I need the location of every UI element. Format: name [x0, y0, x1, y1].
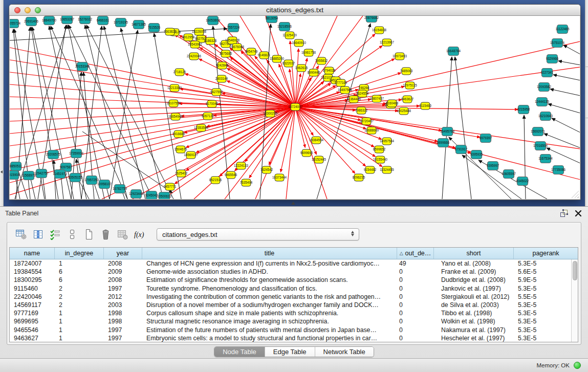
graph-node-label: 8521516 [209, 178, 222, 182]
table-row[interactable]: 2242004622012Investigating the contribut… [10, 293, 571, 301]
window-titlebar[interactable]: citations_edges.txt [9, 5, 580, 16]
column-header-out_de[interactable]: △out_de… [397, 248, 434, 259]
column-header-name[interactable]: name [10, 248, 55, 259]
close-panel-icon[interactable] [575, 210, 582, 217]
graph-node-label: 9465546 [225, 173, 237, 177]
new-column-icon[interactable] [83, 229, 95, 240]
table-row[interactable]: 1872400712008Changes of HCN gene express… [10, 259, 571, 268]
left-dock-strip[interactable] [0, 0, 4, 206]
graph-node-label: 8813054 [266, 16, 278, 20]
citation-edge[interactable] [547, 148, 580, 163]
graph-node-label: 10719195 [114, 20, 128, 24]
graph-node-label: 3624554 [356, 92, 369, 95]
graph-node-label: 9463627 [401, 97, 414, 101]
delete-table-icon[interactable] [117, 229, 129, 240]
citation-edge[interactable] [548, 104, 580, 113]
graph-node-label: 9457771 [164, 185, 177, 188]
citation-edge[interactable] [552, 118, 580, 133]
function-builder-icon[interactable]: f(x) [134, 229, 146, 240]
citation-edge[interactable] [550, 89, 580, 96]
citation-edge[interactable] [104, 26, 145, 199]
table-cell: 2009 [104, 268, 142, 276]
cytoscape-app: citations_edges.txt 98601288912954182260… [0, 0, 588, 372]
table-cell: 9463627 [10, 334, 55, 342]
table-cell: 0 [397, 326, 434, 334]
citation-edge[interactable] [85, 25, 127, 199]
table-row[interactable]: 1938455462009Genome-wide association stu… [10, 268, 571, 276]
delete-column-icon[interactable] [100, 229, 112, 240]
citation-edge[interactable] [110, 30, 138, 199]
table-cell: 2003 [104, 301, 142, 309]
table-row[interactable]: 1456911722003Disruption of a novel membe… [10, 301, 571, 309]
citation-edge[interactable] [10, 107, 295, 183]
citation-edge[interactable] [295, 41, 580, 107]
citation-edge[interactable] [553, 75, 580, 80]
citation-edge[interactable] [193, 40, 295, 107]
apply-checks-icon[interactable] [49, 229, 61, 240]
graph-node-label: 15751074 [550, 41, 565, 45]
scrollbar-thumb[interactable] [573, 261, 577, 280]
table-row[interactable]: 969969511998Structural magnetic resonanc… [10, 317, 571, 325]
table-tabs: Node TableEdge TableNetwork Table [0, 346, 588, 358]
citation-edge[interactable] [10, 84, 295, 107]
panel-title: Table Panel [5, 210, 38, 217]
tab-network-table[interactable]: Network Table [315, 347, 374, 357]
table-cell: Wolkin et al. (1998) [434, 317, 514, 325]
citation-edge[interactable] [455, 57, 471, 199]
citation-edge[interactable] [295, 16, 363, 107]
graph-node-label: 16961758 [301, 51, 316, 54]
graph-node-label: 6794028 [323, 69, 336, 72]
citation-edge[interactable] [290, 41, 295, 107]
splitter-handle[interactable] [291, 202, 295, 205]
table-cell: Hescheler et al. (1997) [434, 334, 514, 342]
dropdown-arrows-icon [351, 231, 354, 236]
graph-node-label: 22420046 [187, 54, 202, 58]
graph-node-label: 10155440 [373, 158, 388, 161]
column-header-short[interactable]: short [434, 248, 514, 259]
table-cell: de Silva et al. (2003) [434, 301, 514, 309]
table-scrollbar[interactable] [571, 259, 578, 342]
citation-edge[interactable] [10, 60, 295, 107]
citation-edge[interactable] [86, 25, 173, 199]
collapse-left-arrow-icon[interactable] [1, 170, 3, 173]
network-view[interactable]: 9860128891295418226058982750816543982818… [10, 16, 580, 199]
graph-node-label: 7615526 [148, 26, 161, 29]
citation-edge[interactable] [563, 45, 580, 54]
table-cell: Jankovic et al. (1997) [434, 285, 514, 293]
graph-node-label: 11325419 [282, 33, 297, 37]
graph-node-label: 15885200 [270, 57, 285, 60]
svg-text:f(x): f(x) [134, 231, 144, 239]
graph-node-label: 10605597 [502, 172, 516, 176]
table-row[interactable]: 977716911998Corpus callosum shape and si… [10, 309, 571, 317]
right-dock-strip[interactable] [585, 0, 588, 206]
table-row[interactable]: 1830029562008Estimation of significance … [10, 276, 571, 284]
table-cell: 2012 [104, 293, 142, 301]
column-header-title[interactable]: title [142, 248, 397, 259]
tab-edge-table[interactable]: Edge Table [265, 347, 315, 357]
float-panel-icon[interactable] [560, 209, 569, 217]
table-mode-icon[interactable] [66, 229, 78, 240]
citation-edge[interactable] [220, 107, 295, 177]
graph-node-label: 8322037 [282, 61, 295, 65]
citation-edge[interactable] [544, 134, 580, 148]
table-row[interactable]: 911546021997Tourette syndrome. Phenomeno… [10, 285, 571, 293]
column-header-year[interactable]: year [104, 248, 142, 259]
graph-node-label: 2718126 [173, 70, 186, 74]
graph-node-label: 7635494 [240, 181, 253, 184]
citation-edge[interactable] [286, 107, 295, 199]
network-canvas[interactable]: 9860128891295418226058982750816543982818… [10, 16, 580, 199]
table-settings-icon[interactable] [15, 229, 28, 240]
select-column-icon[interactable] [32, 229, 45, 240]
tab-node-table[interactable]: Node Table [214, 347, 265, 357]
citation-edge[interactable] [558, 61, 580, 65]
citation-edge[interactable] [133, 107, 295, 199]
column-header-in_degree[interactable]: in_degree [55, 248, 104, 259]
network-window[interactable]: citations_edges.txt 98601288912954182260… [9, 4, 581, 200]
network-selector[interactable]: citations_edges.txt [157, 228, 359, 240]
table-row[interactable]: 946362711997Embryonic stem cells: a mode… [10, 334, 571, 342]
column-header-pagerank[interactable]: pagerank [514, 248, 578, 259]
table-row[interactable]: 946554611997Estimation of the future num… [10, 326, 571, 334]
memory-indicator-icon[interactable] [574, 362, 581, 369]
table-cell: 1 [55, 317, 104, 325]
table-cell: 2008 [104, 276, 142, 284]
